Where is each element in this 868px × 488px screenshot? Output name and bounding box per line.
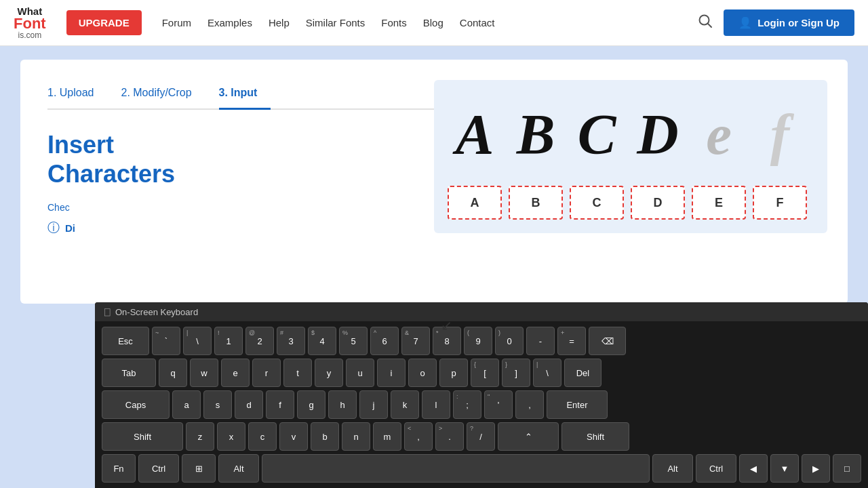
on-screen-keyboard: ⎕ On-Screen Keyboard Esc ~` |\ !1 @2 #3 …: [95, 302, 868, 488]
key-g[interactable]: g: [297, 390, 326, 419]
key-esc[interactable]: Esc: [102, 327, 149, 355]
key-j[interactable]: j: [359, 390, 388, 419]
key-space[interactable]: [262, 454, 650, 483]
key-t[interactable]: t: [283, 359, 312, 387]
key-6[interactable]: ^6: [370, 327, 399, 355]
key-s[interactable]: s: [203, 390, 232, 419]
key-row-1: Esc ~` |\ !1 @2 #3 $4 %5 ^6 &7 *8 (9 )0 …: [102, 327, 861, 355]
key-ctrl-left[interactable]: Ctrl: [138, 454, 179, 483]
key-backslash[interactable]: |\: [183, 327, 212, 355]
key-m[interactable]: m: [373, 422, 401, 451]
key-0[interactable]: )0: [495, 327, 524, 355]
svg-line-1: [708, 24, 712, 28]
key-quote[interactable]: "': [484, 390, 513, 419]
key-numpad[interactable]: □: [833, 454, 861, 483]
key-z[interactable]: z: [186, 422, 214, 451]
nav: Forum Examples Help Similar Fonts Fonts …: [162, 17, 678, 28]
key-question[interactable]: ?/: [467, 422, 495, 451]
key-shift-right[interactable]: Shift: [561, 422, 629, 451]
nav-help[interactable]: Help: [269, 17, 290, 28]
nav-forum[interactable]: Forum: [162, 17, 191, 28]
key-u[interactable]: u: [346, 359, 374, 387]
key-v[interactable]: v: [279, 422, 308, 451]
key-1[interactable]: !1: [214, 327, 243, 355]
keyboard-body: Esc ~` |\ !1 @2 #3 $4 %5 ^6 &7 *8 (9 )0 …: [95, 321, 868, 488]
key-w[interactable]: w: [190, 359, 218, 387]
key-4[interactable]: $4: [308, 327, 336, 355]
key-7[interactable]: &7: [401, 327, 430, 355]
key-lbrace[interactable]: {[: [471, 359, 499, 387]
key-win[interactable]: ⊞: [182, 454, 216, 483]
key-backspace[interactable]: ⌫: [589, 327, 626, 355]
key-n[interactable]: n: [342, 422, 370, 451]
key-arrow-left[interactable]: ◀: [739, 454, 768, 483]
step-input[interactable]: 3. Input: [219, 80, 271, 108]
nav-contact[interactable]: Contact: [460, 17, 495, 28]
key-f[interactable]: f: [266, 390, 294, 419]
nav-fonts[interactable]: Fonts: [381, 17, 407, 28]
nav-blog[interactable]: Blog: [423, 17, 443, 28]
login-button[interactable]: 👤 Login or Sign Up: [724, 9, 854, 36]
key-a[interactable]: a: [172, 390, 201, 419]
key-arrow-right[interactable]: ▶: [802, 454, 830, 483]
key-b[interactable]: b: [311, 422, 339, 451]
key-tilde[interactable]: ~`: [152, 327, 180, 355]
key-d[interactable]: d: [235, 390, 263, 419]
step-upload[interactable]: 1. Upload: [47, 80, 108, 108]
key-minus[interactable]: -: [526, 327, 555, 355]
char-input-D[interactable]: D: [631, 186, 685, 220]
key-enter[interactable]: Enter: [547, 390, 608, 419]
char-input-B[interactable]: B: [509, 186, 563, 220]
char-input-C[interactable]: C: [570, 186, 624, 220]
key-alt-left[interactable]: Alt: [218, 454, 259, 483]
key-pipe[interactable]: |\: [533, 359, 561, 387]
nav-examples[interactable]: Examples: [208, 17, 252, 28]
key-del[interactable]: Del: [564, 359, 601, 387]
key-k[interactable]: k: [391, 390, 419, 419]
key-h[interactable]: h: [328, 390, 357, 419]
key-caps[interactable]: Caps: [102, 390, 170, 419]
key-y[interactable]: y: [315, 359, 343, 387]
char-input-F[interactable]: F: [753, 186, 807, 220]
key-alt-right[interactable]: Alt: [652, 454, 693, 483]
key-x[interactable]: x: [217, 422, 245, 451]
main-background: ▶ 1. Upload 2. Modify/Crop 3. Input Inse…: [0, 46, 868, 488]
step-modify-crop[interactable]: 2. Modify/Crop: [121, 80, 205, 108]
key-e[interactable]: e: [221, 359, 250, 387]
key-5[interactable]: %5: [339, 327, 368, 355]
key-equals[interactable]: +=: [557, 327, 586, 355]
char-input-E[interactable]: E: [692, 186, 746, 220]
key-up[interactable]: ⌃: [498, 422, 559, 451]
key-o[interactable]: o: [408, 359, 437, 387]
char-preview-row: A B C D e f: [448, 94, 814, 175]
key-rbrace[interactable]: }]: [502, 359, 530, 387]
upgrade-button[interactable]: UPGRADE: [66, 10, 142, 35]
key-c[interactable]: c: [248, 422, 277, 451]
key-colon[interactable]: :;: [453, 390, 481, 419]
key-comma2[interactable]: ,: [515, 390, 544, 419]
key-tab[interactable]: Tab: [102, 359, 156, 387]
key-p[interactable]: p: [439, 359, 468, 387]
key-9[interactable]: (9: [464, 327, 492, 355]
char-input-A[interactable]: A: [448, 186, 502, 220]
key-lt[interactable]: <,: [404, 422, 433, 451]
nav-similar-fonts[interactable]: Similar Fonts: [306, 17, 366, 28]
key-l[interactable]: l: [422, 390, 450, 419]
char-preview-B: B: [509, 97, 563, 171]
key-arrow-down[interactable]: ▼: [770, 454, 799, 483]
key-q[interactable]: q: [159, 359, 187, 387]
key-2[interactable]: @2: [245, 327, 274, 355]
key-r[interactable]: r: [252, 359, 281, 387]
key-8[interactable]: *8: [433, 327, 461, 355]
key-3[interactable]: #3: [277, 327, 305, 355]
search-button[interactable]: [698, 14, 713, 32]
key-shift-left[interactable]: Shift: [102, 422, 183, 451]
key-ctrl-right[interactable]: Ctrl: [696, 454, 736, 483]
logo[interactable]: What Font is.com: [14, 6, 46, 39]
key-gt[interactable]: >.: [435, 422, 464, 451]
key-i[interactable]: i: [377, 359, 406, 387]
main-card: 1. Upload 2. Modify/Crop 3. Input Insert…: [20, 60, 848, 304]
di-text: Di: [65, 222, 75, 234]
key-fn[interactable]: Fn: [102, 454, 136, 483]
keyboard-icon: ⎕: [104, 306, 110, 317]
